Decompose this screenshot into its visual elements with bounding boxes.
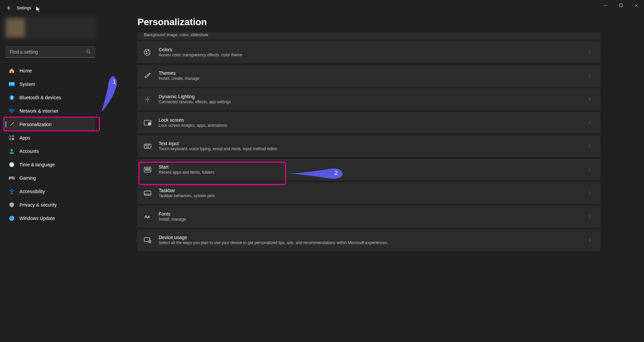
minimize-button[interactable]	[598, 0, 613, 11]
profile-card[interactable]	[3, 16, 97, 40]
app-title: Settings	[17, 6, 31, 10]
svg-line-30	[146, 97, 146, 98]
nav-home[interactable]: Home	[5, 64, 95, 77]
svg-rect-7	[9, 82, 14, 86]
nav-label: Bluetooth & devices	[19, 95, 61, 100]
card-background[interactable]: Background image, color, slideshow	[138, 32, 600, 40]
nav-bluetooth[interactable]: Bluetooth & devices	[5, 91, 95, 104]
settings-cards: Background image, color, slideshow Color…	[138, 32, 600, 251]
person-icon	[9, 148, 15, 154]
annotation-number-1: 1	[113, 78, 116, 86]
maximize-button[interactable]	[613, 0, 629, 11]
shield-icon	[9, 202, 15, 208]
back-button[interactable]	[3, 3, 14, 13]
svg-line-31	[149, 101, 150, 102]
card-title: Themes	[159, 70, 589, 76]
card-start[interactable]: StartRecent apps and items, folders 〉	[138, 159, 600, 180]
nav-network[interactable]: Network & internet	[5, 105, 95, 117]
nav-personalization[interactable]: Personalization	[5, 118, 95, 131]
card-dynamic-lighting[interactable]: Dynamic LightingConnected devices, effec…	[138, 89, 600, 110]
svg-text:A: A	[145, 215, 148, 220]
svg-line-32	[146, 101, 146, 102]
paintbrush-icon	[9, 121, 15, 127]
nav-gaming[interactable]: Gaming	[5, 172, 95, 184]
minimize-icon	[604, 4, 607, 7]
start-icon	[144, 166, 151, 173]
taskbar-icon	[144, 189, 151, 197]
chevron-right-icon: 〉	[589, 214, 593, 220]
clock-icon	[9, 162, 15, 168]
sparkle-icon	[144, 96, 151, 103]
nav-label: System	[19, 81, 35, 87]
nav-list: Home System Bluetooth & devices Network …	[2, 64, 99, 225]
nav-label: Network & internet	[19, 108, 58, 114]
chevron-right-icon: 〉	[589, 120, 593, 126]
annotation-number-2: 2	[334, 170, 338, 177]
palette-icon	[144, 49, 151, 56]
avatar	[6, 18, 25, 37]
svg-point-50	[149, 170, 150, 170]
nav-privacy[interactable]: Privacy & security	[5, 198, 95, 211]
nav-system[interactable]: System	[5, 78, 95, 91]
svg-point-45	[148, 168, 149, 169]
sidebar: Home System Bluetooth & devices Network …	[0, 16, 101, 342]
titlebar: Settings	[0, 0, 644, 16]
chevron-right-icon: 〉	[589, 237, 593, 243]
card-lock-screen[interactable]: Lock screenLock screen images, apps, ani…	[138, 112, 600, 133]
card-taskbar[interactable]: TaskbarTaskbar behaviors, system pins 〉	[138, 182, 600, 204]
apps-icon	[9, 135, 15, 141]
window-controls	[598, 0, 644, 11]
search-box[interactable]	[5, 46, 95, 58]
nav-apps[interactable]: Apps	[5, 131, 95, 144]
svg-point-40	[149, 145, 149, 146]
nav-label: Gaming	[19, 175, 36, 181]
card-title: Device usage	[159, 234, 589, 240]
svg-point-15	[10, 149, 13, 152]
search-input[interactable]	[10, 49, 86, 55]
nav-update[interactable]: Windows Update	[5, 212, 95, 225]
bluetooth-icon	[9, 95, 15, 101]
nav-label: Privacy & security	[19, 202, 57, 208]
svg-point-38	[147, 145, 147, 146]
chevron-right-icon: 〉	[589, 50, 593, 55]
card-subtitle: Install, manage	[159, 217, 589, 222]
card-fonts[interactable]: AA FontsInstall, manage 〉	[138, 206, 600, 227]
card-subtitle: Connected devices, effects, app settings	[159, 100, 589, 105]
svg-rect-12	[12, 135, 14, 137]
card-subtitle: Lock screen images, apps, animations	[159, 123, 589, 128]
card-colors[interactable]: ColorsAccent color, transparency effects…	[138, 42, 600, 63]
svg-point-49	[148, 170, 149, 170]
nav-label: Accessibility	[19, 189, 45, 194]
nav-time[interactable]: Time & language	[5, 158, 95, 171]
svg-line-5	[90, 52, 91, 54]
nav-accounts[interactable]: Accounts	[5, 145, 95, 158]
svg-point-19	[13, 178, 14, 179]
accessibility-icon	[9, 188, 15, 194]
card-text-input[interactable]: Text inputTouch keyboard, voice typing, …	[138, 135, 600, 157]
card-title: Dynamic Lighting	[159, 94, 589, 100]
svg-rect-51	[144, 191, 151, 195]
card-subtitle: Install, create, manage	[159, 76, 589, 81]
card-title: Lock screen	[159, 117, 589, 123]
svg-text:A: A	[148, 216, 150, 219]
nav-accessibility[interactable]: Accessibility	[5, 185, 95, 198]
nav-label: Home	[19, 68, 32, 73]
nav-label: Windows Update	[19, 216, 55, 221]
svg-rect-35	[149, 123, 151, 125]
system-icon	[9, 81, 15, 87]
device-usage-icon	[144, 236, 151, 244]
gamepad-icon	[9, 175, 15, 181]
svg-line-33	[149, 97, 150, 98]
svg-point-4	[87, 50, 90, 53]
svg-rect-42	[144, 167, 151, 172]
svg-point-24	[148, 50, 149, 51]
main-content: Personalization Background image, color,…	[138, 17, 600, 342]
card-title: Start	[159, 164, 589, 170]
svg-point-48	[147, 170, 147, 170]
search-icon	[86, 49, 91, 55]
close-button[interactable]	[629, 0, 644, 11]
chevron-right-icon: 〉	[589, 144, 593, 149]
card-device-usage[interactable]: Device usageSelect all the ways you plan…	[138, 229, 600, 251]
card-themes[interactable]: ThemesInstall, create, manage 〉	[138, 65, 600, 87]
maximize-icon	[619, 4, 623, 7]
